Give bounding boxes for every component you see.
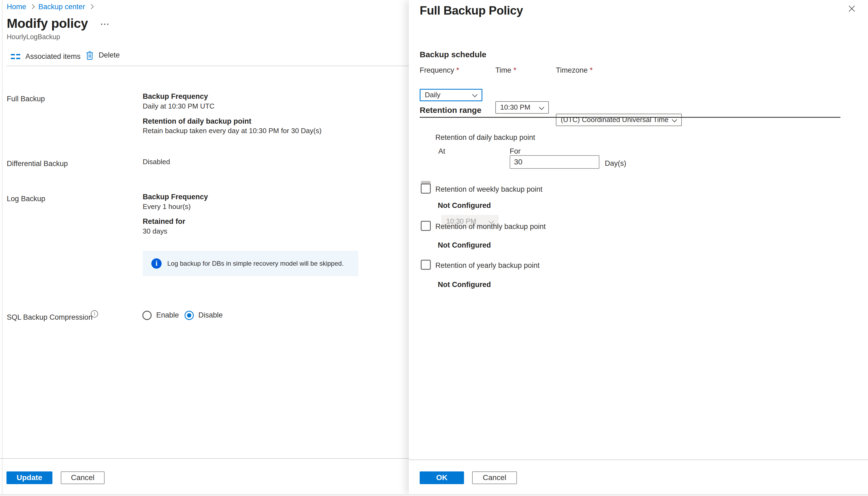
radio-circle-unselected — [143, 311, 152, 320]
associated-items-label: Associated items — [26, 52, 80, 61]
radio-disable-label: Disable — [198, 310, 223, 320]
for-label: For — [510, 146, 521, 156]
bottom-edge-strip — [0, 494, 868, 496]
chevron-down-icon — [539, 105, 544, 110]
full-backup-retention-heading: Retention of daily backup point — [143, 117, 251, 126]
retention-divider — [420, 117, 840, 118]
yearly-retention-label[interactable]: Retention of yearly backup point — [435, 261, 540, 270]
full-backup-policy-panel: Full Backup Policy Backup schedule Frequ… — [409, 0, 868, 494]
monthly-retention-status: Not Configured — [438, 241, 491, 250]
more-options-button[interactable]: ... — [101, 17, 110, 27]
full-backup-label: Full Backup — [7, 94, 45, 104]
time-value: 10:30 PM — [500, 103, 530, 112]
required-asterisk: * — [513, 66, 517, 74]
chevron-down-icon — [472, 92, 478, 97]
required-asterisk: * — [590, 66, 593, 74]
at-label: At — [438, 146, 445, 156]
update-button[interactable]: Update — [6, 471, 53, 484]
info-tooltip-icon[interactable]: i — [91, 310, 98, 317]
backup-schedule-heading: Backup schedule — [420, 49, 487, 60]
log-backup-label: Log Backup — [7, 194, 45, 204]
trash-icon — [86, 51, 93, 60]
daily-retention-days-input[interactable] — [510, 155, 599, 169]
differential-backup-label: Differential Backup — [7, 159, 68, 169]
full-backup-retention-value: Retain backup taken every day at 10:30 P… — [143, 126, 321, 136]
associated-items-button[interactable]: Associated items — [11, 52, 80, 61]
toolbar-divider — [6, 66, 409, 66]
modify-policy-page: Home Backup center Modify policy ... Hou… — [0, 0, 409, 496]
differential-backup-value: Disabled — [143, 157, 170, 167]
info-banner: i Log backup for DBs in simple recovery … — [143, 251, 358, 276]
checkbox-weekly-retention[interactable] — [421, 184, 431, 193]
radio-circle-selected — [184, 311, 194, 320]
info-banner-text: Log backup for DBs in simple recovery mo… — [167, 259, 343, 267]
days-unit-label: Day(s) — [605, 159, 626, 168]
delete-button[interactable]: Delete — [86, 50, 120, 60]
checkbox-monthly-retention[interactable] — [421, 221, 431, 231]
radio-enable-label: Enable — [156, 310, 179, 320]
log-backup-frequency-heading: Backup Frequency — [143, 192, 208, 202]
breadcrumb-link-backup-center[interactable]: Backup center — [39, 2, 85, 12]
weekly-retention-status: Not Configured — [438, 201, 491, 210]
time-label: Time* — [495, 66, 517, 75]
frequency-label: Frequency* — [420, 66, 459, 75]
breadcrumb-link-home[interactable]: Home — [7, 2, 26, 12]
sql-compression-label: SQL Backup Compression — [7, 313, 92, 322]
ok-button[interactable]: OK — [420, 471, 464, 484]
retention-range-heading: Retention range — [420, 105, 481, 115]
time-dropdown[interactable]: 10:30 PM — [495, 101, 549, 114]
cancel-button[interactable]: Cancel — [61, 471, 105, 484]
full-backup-frequency-heading: Backup Frequency — [143, 92, 208, 101]
radio-disable[interactable]: Disable — [184, 310, 223, 320]
radio-enable[interactable]: Enable — [143, 310, 179, 320]
time-label-text: Time — [495, 66, 511, 74]
page-left-border — [2, 0, 2, 494]
checkbox-yearly-retention[interactable] — [421, 260, 431, 270]
timezone-label-text: Timezone — [556, 66, 588, 74]
timezone-label: Timezone* — [556, 66, 593, 75]
chevron-down-icon — [672, 117, 677, 122]
panel-footer-divider — [409, 460, 868, 460]
yearly-retention-status: Not Configured — [438, 280, 491, 290]
log-backup-frequency-value: Every 1 hour(s) — [143, 202, 191, 212]
breadcrumb-chevron-icon — [89, 4, 93, 9]
log-backup-retained-heading: Retained for — [143, 217, 185, 226]
footer-divider — [0, 458, 409, 459]
page-subtitle: HourlyLogBackup — [7, 32, 60, 41]
frequency-dropdown[interactable]: Daily — [420, 89, 482, 101]
frequency-value: Daily — [425, 91, 440, 99]
delete-label: Delete — [99, 50, 120, 60]
panel-cancel-button[interactable]: Cancel — [472, 471, 517, 484]
timezone-dropdown[interactable]: (UTC) Coordinated Universal Time — [556, 114, 682, 126]
page-title: Modify policy — [7, 15, 88, 32]
close-button[interactable] — [845, 3, 857, 15]
log-backup-retained-value: 30 days — [143, 227, 167, 236]
info-icon: i — [151, 259, 162, 269]
monthly-retention-label[interactable]: Retention of monthly backup point — [435, 222, 545, 231]
required-asterisk: * — [457, 66, 460, 74]
frequency-label-text: Frequency — [420, 66, 454, 74]
daily-retention-label: Retention of daily backup point — [435, 133, 535, 142]
weekly-retention-label[interactable]: Retention of weekly backup point — [435, 185, 542, 194]
breadcrumb-chevron-icon — [30, 4, 34, 9]
full-backup-frequency-value: Daily at 10:30 PM UTC — [143, 102, 214, 111]
list-icon — [11, 54, 20, 59]
panel-title: Full Backup Policy — [420, 3, 523, 18]
breadcrumb: Home Backup center — [7, 2, 97, 12]
